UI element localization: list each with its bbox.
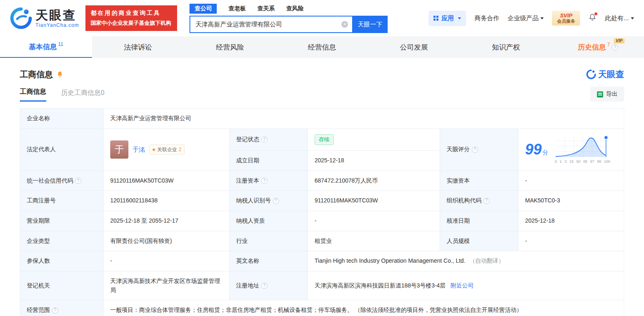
tab-legal-proceedings[interactable]: 法律诉讼 [92, 36, 184, 58]
user-name: 此处有... [605, 14, 629, 22]
related-companies-label: 关联企业 [157, 146, 177, 154]
reg-number-value: 120116002118438 [104, 191, 230, 211]
paid-capital-label: 实缴资本 [440, 171, 519, 191]
reg-address-label: 注册地址? [230, 271, 308, 300]
industry-label: 行业 [230, 231, 308, 251]
business-scope-value: 一般项目：商业综合体管理服务；住房租赁；非居住房地产租赁；机械设备租赁；停车场服… [104, 300, 624, 316]
svip-member-label: 会员服务 [557, 19, 575, 24]
tab-basic-info[interactable]: 基本信息11 [0, 36, 92, 58]
promo-line-2: 国家中小企业发展子基金旗下机构 [90, 19, 172, 27]
nearby-companies-link[interactable]: 附近公司 [450, 282, 474, 289]
table-row: 经营范围? 一般项目：商业综合体管理服务；住房租赁；非居住房地产租赁；机械设备租… [20, 300, 624, 316]
search-button[interactable]: 天眼一下 [352, 16, 388, 33]
related-companies-count: 2 [179, 146, 182, 154]
approved-date-label: 核准日期 [440, 211, 519, 231]
tab-legal-label: 法律诉讼 [124, 43, 152, 52]
top-header: 天眼查 TianYanCha.com 都在用的商业查询工具 国家中小企业发展子基… [0, 0, 644, 36]
tab-business-label: 经营信息 [308, 43, 336, 52]
legal-rep-cell: 于 于洺 ◆ 关联企业 2 [104, 128, 230, 171]
help-icon[interactable]: ? [472, 147, 478, 153]
tianyancha-logo-icon [10, 7, 32, 29]
notification-bell-icon[interactable] [588, 13, 597, 23]
help-icon[interactable]: ? [483, 198, 490, 204]
reg-number-label: 工商注册号 [20, 191, 104, 211]
help-icon[interactable]: ? [261, 178, 268, 184]
help-icon[interactable]: ? [52, 307, 58, 314]
help-icon[interactable]: ? [261, 136, 268, 143]
company-info-table: 企业名称 天津高新产业运营管理有限公司 法定代表人 于 于洺 ◆ 关联企业 2 [20, 108, 624, 316]
staff-size-value: - [519, 231, 624, 251]
registry-label: 登记机关 [20, 271, 104, 300]
table-row: 企业名称 天津高新产业运营管理有限公司 [20, 109, 624, 129]
tab-history-info[interactable]: VIP 历史信息7 ? [552, 36, 644, 58]
table-row: 登记机关 天津滨海高新技术产业开发区市场监督管理局 注册地址? 天津滨海高新区滨… [20, 271, 624, 300]
business-scope-label: 经营范围? [20, 300, 104, 316]
tab-operational-risk[interactable]: 经营风险 [184, 36, 276, 58]
legal-rep-link[interactable]: 于洺 [133, 145, 145, 154]
search-tab-risk[interactable]: 查风险 [286, 5, 303, 12]
svip-label: SVIP [557, 12, 575, 19]
search-tab-company[interactable]: 查公司 [189, 4, 217, 14]
table-row: 参保人数 - 英文名称 Tianjin High tech Industry O… [20, 251, 624, 271]
score-axis-ticks: 0131550859799100 [555, 159, 610, 165]
search-tab-relation[interactable]: 查关系 [257, 5, 275, 12]
score-value: 99分 [525, 142, 548, 157]
table-row: 企业类型 有限责任公司(国有独资) 行业 租赁业 人员规模 - [20, 231, 624, 251]
tab-basic-info-count: 11 [58, 41, 63, 47]
monitor-bell-icon[interactable] [56, 71, 64, 78]
reg-status-label: 登记状态? [230, 128, 308, 150]
tab-basic-info-label: 基本信息 [29, 42, 57, 52]
main-content: 工商信息 天眼查 工商信息 历史工商信息0 导出 企业名称 天津高新产业运营管理… [0, 58, 644, 316]
english-name-value: Tianjin High tech Industry Operation Man… [315, 257, 465, 264]
business-term-value: 2025-12-18 至 2055-12-17 [104, 211, 230, 231]
tab-company-development[interactable]: 公司发展 [368, 36, 460, 58]
promo-banner: 都在用的商业查询工具 国家中小企业发展子基金旗下机构 [85, 5, 177, 31]
notification-dot [594, 12, 597, 15]
subtab-business-info[interactable]: 工商信息 [20, 88, 46, 102]
company-name-value: 天津高新产业运营管理有限公司 [104, 109, 624, 129]
watermark-label: 天眼查 [598, 69, 624, 80]
tianyancha-watermark: 天眼查 [586, 69, 624, 80]
legal-rep-avatar[interactable]: 于 [110, 140, 128, 159]
promo-line-1: 都在用的商业查询工具 [90, 10, 172, 17]
brand-name: 天眼查 [36, 8, 79, 22]
chevron-down-icon [631, 17, 634, 19]
business-cooperation-link[interactable]: 商务合作 [474, 14, 499, 22]
insured-count-label: 参保人数 [20, 251, 104, 271]
tab-history-count: 7 [607, 42, 610, 48]
search-input[interactable] [189, 16, 352, 33]
svip-member-button[interactable]: SVIP 会员服务 [552, 11, 580, 26]
section-header: 工商信息 天眼查 [20, 58, 624, 87]
apps-label: 应用 [441, 14, 454, 22]
help-icon[interactable]: ? [273, 198, 279, 204]
reg-capital-value: 687472.210078万人民币 [308, 171, 440, 191]
company-type-value: 有限责任公司(国有独资) [104, 231, 230, 251]
score-label: 天眼评分? [440, 128, 519, 171]
score-cell: 99分 [519, 128, 624, 171]
tianyancha-logo[interactable]: 天眼查 TianYanCha.com [10, 7, 79, 29]
user-menu[interactable]: 此处有... [605, 14, 634, 22]
established-date-label: 成立日期 [230, 150, 308, 171]
chevron-down-icon [458, 17, 461, 19]
enterprise-products-link[interactable]: 企业级产品 [507, 14, 544, 22]
subtab-history-business-info[interactable]: 历史工商信息0 [61, 89, 104, 102]
credit-code-value: 91120116MAK50TC03W [104, 171, 230, 191]
search-tab-boss[interactable]: 查老板 [228, 5, 246, 12]
related-companies-badge[interactable]: ◆ 关联企业 2 [149, 145, 185, 155]
export-button[interactable]: 导出 [590, 87, 624, 102]
english-name-label: 英文名称 [230, 251, 308, 271]
help-icon[interactable]: ? [261, 283, 268, 289]
business-term-label: 营业期限 [20, 211, 104, 231]
status-badge: 存续 [315, 134, 334, 145]
help-icon[interactable]: ? [75, 178, 81, 184]
insured-count-value: - [104, 251, 230, 271]
tab-business-info[interactable]: 经营信息 [276, 36, 368, 58]
tab-risk-label: 经营风险 [216, 43, 244, 52]
tianyancha-watermark-icon [586, 69, 596, 79]
auto-translate-note: （自动翻译） [469, 257, 504, 264]
help-icon[interactable]: ? [612, 44, 618, 50]
vip-badge: VIP [614, 38, 625, 43]
score-distribution-chart: 0131550859799100 [555, 135, 610, 165]
tab-intellectual-property[interactable]: 知识产权 [460, 36, 552, 58]
apps-button[interactable]: 应用 [429, 11, 466, 26]
